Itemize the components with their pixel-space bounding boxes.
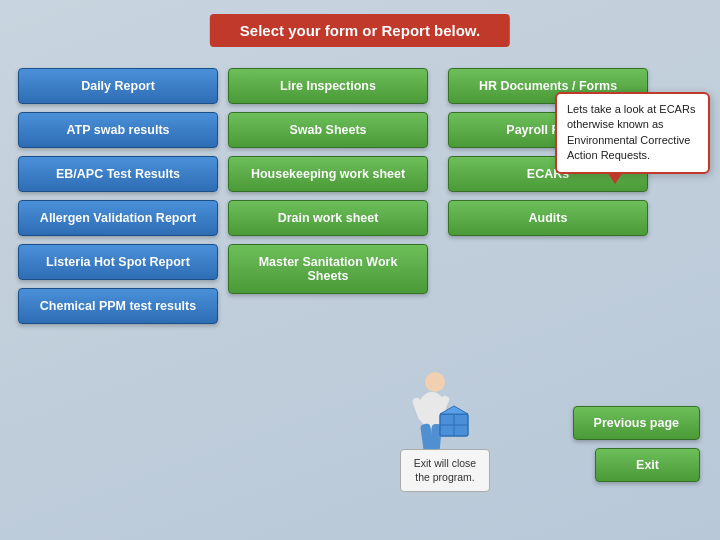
swab-sheets-button[interactable]: Swab Sheets: [228, 112, 428, 148]
housekeeping-worksheet-button[interactable]: Housekeeping work sheet: [228, 156, 428, 192]
exit-callout-text: Exit will close the program.: [414, 457, 476, 484]
master-sanitation-button[interactable]: Master Sanitation Work Sheets: [228, 244, 428, 294]
drain-worksheet-button[interactable]: Drain work sheet: [228, 200, 428, 236]
eb-apc-test-results-button[interactable]: EB/APC Test Results: [18, 156, 218, 192]
header-title: Select your form or Report below.: [240, 22, 480, 39]
allergen-validation-button[interactable]: Allergen Validation Report: [18, 200, 218, 236]
atp-swab-results-button[interactable]: ATP swab results: [18, 112, 218, 148]
header-banner: Select your form or Report below.: [210, 14, 510, 47]
svg-point-0: [425, 372, 445, 392]
tooltip-text: Lets take a look at ECARs otherwise know…: [567, 103, 695, 161]
left-column: Daily Report ATP swab results EB/APC Tes…: [18, 68, 218, 324]
exit-callout: Exit will close the program.: [400, 449, 490, 492]
mid-column: Lire Inspections Swab Sheets Housekeepin…: [228, 68, 428, 294]
listeria-hot-spot-button[interactable]: Listeria Hot Spot Report: [18, 244, 218, 280]
audits-button[interactable]: Audits: [448, 200, 648, 236]
page-wrapper: Select your form or Report below. Daily …: [0, 0, 720, 540]
daily-report-button[interactable]: Daily Report: [18, 68, 218, 104]
lire-inspections-button[interactable]: Lire Inspections: [228, 68, 428, 104]
previous-page-button[interactable]: Previous page: [573, 406, 700, 440]
chemical-ppm-button[interactable]: Chemical PPM test results: [18, 288, 218, 324]
ecars-tooltip: Lets take a look at ECARs otherwise know…: [555, 92, 710, 174]
exit-button[interactable]: Exit: [595, 448, 700, 482]
